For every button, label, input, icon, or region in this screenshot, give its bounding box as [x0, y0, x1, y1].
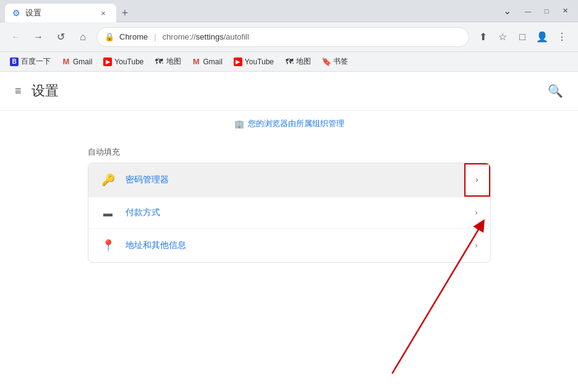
map2-label: 地图 [296, 56, 311, 67]
baidu-favicon: B [10, 58, 19, 66]
tab-close-button[interactable]: × [98, 7, 109, 19]
password-manager-label: 密码管理器 [125, 174, 465, 185]
secure-icon: 🔒 [104, 32, 114, 41]
youtube1-label: YouTube [114, 58, 143, 66]
bookmark-map1[interactable]: 🗺 地图 [150, 54, 186, 69]
address-info-label: 地址和其他信息 [125, 240, 465, 251]
bookmark-folder[interactable]: 🔖 书签 [317, 54, 353, 69]
tab-bar: ⚙ 设置 × + [5, 0, 499, 22]
address-actions: ⬆ ☆ □ 👤 ⋮ [474, 28, 571, 46]
settings-header: ≡ 设置 🔍 [0, 72, 578, 111]
bookmark-button[interactable]: ☆ [494, 28, 511, 46]
password-chevron-icon: › [475, 176, 478, 184]
payment-method-label: 付款方式 [125, 207, 465, 218]
key-icon: 🔑 [101, 173, 116, 187]
payment-icon: ▬ [101, 208, 116, 218]
address-info-item[interactable]: 📍 地址和其他信息 › [88, 229, 490, 262]
org-icon: 🏢 [234, 119, 244, 129]
gmail1-favicon: M [62, 58, 70, 66]
bookmark-folder-favicon: 🔖 [322, 58, 331, 66]
share-button[interactable]: ⬆ [474, 28, 491, 46]
gmail2-favicon: M [192, 58, 201, 66]
map1-label: 地图 [166, 56, 181, 67]
extensions-button[interactable]: □ [514, 28, 531, 46]
org-notice-banner: 🏢 您的浏览器由所属组织管理 [0, 111, 578, 137]
gmail1-label: Gmail [73, 58, 92, 66]
tab-favicon: ⚙ [12, 8, 20, 18]
bookmark-gmail2[interactable]: M Gmail [187, 55, 227, 69]
back-button[interactable]: ← [7, 28, 25, 46]
settings-page-title: 设置 [32, 82, 59, 100]
titlebar: ⚙ 设置 × + ⌄ — □ ✕ [0, 0, 578, 22]
settings-content: 自动填充 🔑 密码管理器 › › ▬ 付款方式 › 📍 地址和其他 [73, 137, 506, 278]
window-controls: — □ ✕ [520, 5, 573, 17]
url-path: /autofill [224, 32, 249, 41]
addressbar: ← → ↺ ⌂ 🔒 Chrome | chrome://settings/aut… [0, 22, 578, 52]
map2-favicon: 🗺 [285, 58, 294, 66]
bookmark-map2[interactable]: 🗺 地图 [280, 54, 316, 69]
youtube1-favicon: ▶ [103, 58, 112, 66]
bookmark-youtube2[interactable]: ▶ YouTube [229, 55, 279, 69]
org-notice-text: 您的浏览器由所属组织管理 [248, 118, 344, 129]
gmail2-label: Gmail [203, 58, 223, 66]
hamburger-menu-button[interactable]: ≡ [15, 85, 22, 98]
payment-chevron-icon: › [475, 208, 478, 217]
profile-button[interactable]: 👤 [533, 28, 551, 46]
more-button[interactable]: ⋮ [553, 28, 571, 46]
url-separator: | [154, 32, 156, 41]
autofill-settings-card: 🔑 密码管理器 › › ▬ 付款方式 › 📍 地址和其他信息 › [88, 163, 491, 263]
section-autofill-title: 自动填充 [88, 137, 491, 163]
address-chevron-icon: › [475, 241, 478, 250]
url-bar[interactable]: 🔒 Chrome | chrome://settings/autofill [96, 27, 469, 47]
maximize-button[interactable]: □ [538, 5, 555, 17]
url-text: chrome://settings/autofill [163, 32, 249, 41]
youtube2-label: YouTube [245, 58, 274, 66]
bookmarks-bar: B 百度一下 M Gmail ▶ YouTube 🗺 地图 M Gmail ▶ … [0, 52, 578, 72]
url-bold: settings [196, 32, 224, 41]
payment-method-item[interactable]: ▬ 付款方式 › [88, 197, 490, 229]
map1-favicon: 🗺 [155, 58, 164, 66]
baidu-label: 百度一下 [21, 56, 51, 67]
settings-search-button[interactable]: 🔍 [548, 83, 563, 98]
bookmark-folder-label: 书签 [333, 56, 348, 67]
location-icon: 📍 [101, 239, 116, 252]
url-brand: Chrome [119, 32, 148, 41]
close-button[interactable]: ✕ [557, 5, 573, 17]
password-manager-item[interactable]: 🔑 密码管理器 › › [88, 163, 490, 197]
tab-title: 设置 [25, 7, 41, 19]
minimize-button[interactable]: — [520, 5, 536, 17]
new-tab-button[interactable]: + [116, 4, 134, 22]
home-button[interactable]: ⌂ [74, 28, 91, 46]
youtube2-favicon: ▶ [234, 58, 242, 66]
bookmark-gmail1[interactable]: M Gmail [57, 55, 97, 69]
settings-page: ≡ 设置 🔍 🏢 您的浏览器由所属组织管理 自动填充 🔑 密码管理器 › › ▬ [0, 72, 578, 392]
bookmark-youtube1[interactable]: ▶ YouTube [98, 55, 148, 69]
reload-button[interactable]: ↺ [52, 28, 69, 46]
active-tab[interactable]: ⚙ 设置 × [5, 4, 116, 22]
forward-button[interactable]: → [30, 28, 47, 46]
url-scheme: chrome:// [163, 32, 196, 41]
bookmark-baidu[interactable]: B 百度一下 [5, 54, 56, 69]
tab-list-button[interactable]: ⌄ [499, 5, 515, 17]
